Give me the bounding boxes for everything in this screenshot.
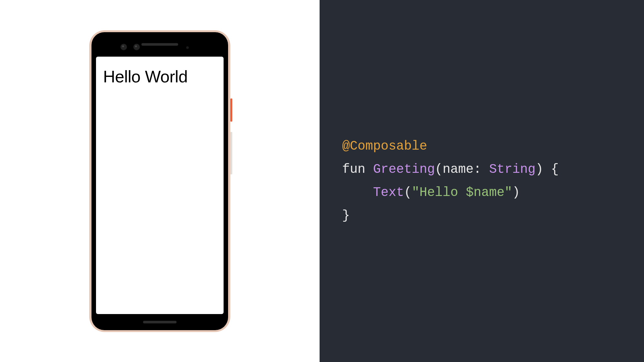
code-keyword-fun: fun: [342, 162, 365, 177]
code-function-name: Greeting: [373, 162, 435, 177]
code-colon: :: [474, 162, 481, 177]
phone-screen: Hello World: [96, 57, 224, 314]
code-block: @Composable fun Greeting(name: String) {…: [342, 135, 559, 227]
speaker-icon: [143, 321, 177, 323]
greeting-text: Hello World: [103, 67, 216, 86]
bezel-top: [91, 32, 228, 57]
code-pane: @Composable fun Greeting(name: String) {…: [320, 0, 644, 362]
proximity-icon: [186, 46, 189, 49]
volume-button-icon: [230, 132, 232, 174]
code-call-open: (: [404, 185, 412, 200]
earpiece-icon: [141, 43, 178, 46]
phone-bezel: Hello World: [91, 32, 228, 330]
camera-icon: [120, 44, 127, 50]
code-paren-open: (: [435, 162, 443, 177]
code-brace-open: {: [551, 162, 559, 177]
code-string-literal: "Hello $name": [412, 185, 512, 200]
code-param-type: String: [489, 162, 535, 177]
code-brace-close: }: [342, 209, 350, 223]
code-paren-close: ): [535, 162, 543, 177]
code-param-name: name: [443, 162, 474, 177]
sensor-icon: [133, 44, 140, 50]
code-annotation: @Composable: [342, 139, 427, 153]
code-call-name: Text: [373, 185, 404, 200]
power-button-icon: [230, 98, 232, 122]
phone-mockup: Hello World: [89, 30, 230, 332]
code-call-close: ): [512, 185, 520, 200]
code-indent: [342, 185, 373, 200]
phone-chassis: Hello World: [89, 30, 230, 332]
preview-pane: Hello World: [0, 0, 320, 362]
bezel-bottom: [91, 314, 228, 330]
